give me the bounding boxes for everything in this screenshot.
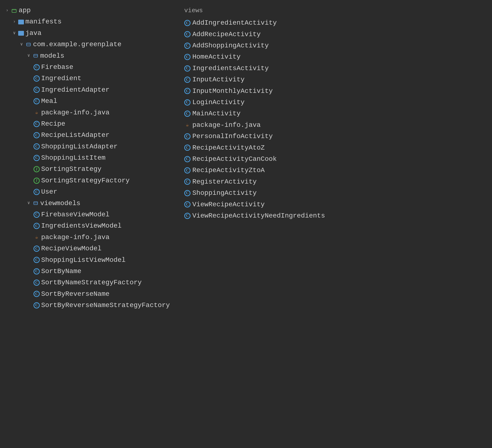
input-monthly-activity-label: InputMonthlyActivity — [192, 86, 273, 96]
shopping-list-adapter-icon: C — [33, 143, 40, 150]
svg-rect-6 — [34, 202, 38, 205]
firebase-viewmodel-label: FirebaseViewModel — [41, 209, 110, 220]
svg-rect-1 — [12, 9, 16, 10]
app-root[interactable]: › app — [5, 5, 170, 16]
recipe-activity-atoz-item[interactable]: C RecipeActivityAtoZ — [184, 142, 487, 153]
ingredients-activity-icon: C — [184, 65, 191, 71]
sort-by-reverse-name-icon: C — [33, 291, 40, 297]
shopping-list-item-label: ShoppingListItem — [41, 153, 105, 163]
package-root-item[interactable]: ∨ com.example.greenplate — [5, 39, 170, 50]
sort-by-name-factory-icon: C — [33, 280, 40, 286]
viewmodels-item[interactable]: ∨ viewmodels — [5, 198, 170, 209]
add-recipe-activity-icon: C — [184, 31, 191, 37]
sorting-strategy-item[interactable]: I SortingStrategy — [5, 163, 170, 175]
models-item[interactable]: ∨ models — [5, 50, 170, 61]
shopping-list-viewmodel-item[interactable]: C ShoppingListViewModel — [5, 255, 170, 266]
manifests-item[interactable]: › manifests — [5, 16, 170, 27]
app-icon — [11, 8, 17, 13]
recipe-activity-ztoa-icon: C — [184, 167, 191, 173]
recipe-list-adapter-item[interactable]: C RecipeListAdapter — [5, 130, 170, 141]
viewmodels-icon — [32, 201, 39, 206]
right-panel: views C AddIngredientActivity C AddRecip… — [175, 5, 487, 311]
home-activity-label: HomeActivity — [192, 52, 241, 62]
manifests-label: manifests — [25, 17, 62, 27]
package-info-models-item[interactable]: ☕ package-info.java — [5, 107, 170, 118]
shopping-list-item-icon: C — [33, 155, 40, 161]
personal-info-activity-label: PersonalInfoActivity — [192, 131, 273, 142]
recipe-label: Recipe — [41, 119, 65, 129]
add-ingredient-activity-label: AddIngredientActivity — [192, 18, 277, 28]
viewmodels-chevron: ∨ — [26, 200, 31, 206]
add-shopping-activity-item[interactable]: C AddShoppingActivity — [184, 40, 487, 51]
recipe-list-adapter-icon: C — [33, 132, 40, 138]
manifests-chevron: › — [12, 19, 17, 25]
firebase-item[interactable]: C Firebase — [5, 61, 170, 73]
sort-by-reverse-name-factory-label: SortByReverseNameStrategyFactory — [41, 300, 170, 310]
main-activity-item[interactable]: C MainActivity — [184, 108, 487, 119]
home-activity-item[interactable]: C HomeActivity — [184, 51, 487, 62]
ingredients-viewmodel-label: IngredientsViewModel — [41, 221, 122, 231]
ingredient-item[interactable]: C Ingredient — [5, 73, 170, 84]
shopping-activity-item[interactable]: C ShoppingActivity — [184, 187, 487, 199]
java-label: java — [25, 28, 41, 38]
register-activity-icon: C — [184, 179, 191, 185]
sort-by-name-item[interactable]: C SortByName — [5, 266, 170, 277]
recipe-list-adapter-label: RecipeListAdapter — [41, 130, 110, 140]
shopping-list-adapter-item[interactable]: C ShoppingListAdapter — [5, 141, 170, 152]
personal-info-activity-item[interactable]: C PersonalInfoActivity — [184, 131, 487, 142]
view-recipe-activity-item[interactable]: C ViewRecipeActivity — [184, 199, 487, 210]
input-monthly-activity-item[interactable]: C InputMonthlyActivity — [184, 85, 487, 97]
views-section-header: views — [184, 5, 487, 17]
shopping-list-item-item[interactable]: C ShoppingListItem — [5, 152, 170, 163]
sorting-strategy-factory-icon: I — [33, 178, 40, 184]
input-activity-item[interactable]: C InputActivity — [184, 74, 487, 85]
pkg-root-icon — [25, 42, 31, 47]
user-item[interactable]: C User — [5, 186, 170, 197]
sort-by-reverse-name-factory-item[interactable]: C SortByReverseNameStrategyFactory — [5, 300, 170, 311]
register-activity-item[interactable]: C RegisterActivity — [184, 176, 487, 187]
recipe-activity-ztoa-item[interactable]: C RecipeActivityZtoA — [184, 165, 487, 176]
viewmodels-label: viewmodels — [40, 198, 80, 208]
package-info-models-icon: ☕ — [33, 109, 40, 116]
sort-by-name-factory-item[interactable]: C SortByNameStrategyFactory — [5, 277, 170, 288]
recipe-activity-cancook-item[interactable]: C RecipeActivityCanCook — [184, 153, 487, 165]
shopping-activity-label: ShoppingActivity — [192, 188, 257, 198]
shopping-list-adapter-label: ShoppingListAdapter — [41, 142, 117, 152]
sort-by-name-factory-label: SortByNameStrategyFactory — [41, 277, 142, 288]
folder-icon — [18, 20, 24, 24]
view-recipe-activity-icon: C — [184, 201, 191, 207]
package-info-models-label: package-info.java — [41, 107, 110, 118]
meal-label: Meal — [41, 96, 57, 106]
models-icon — [32, 53, 39, 58]
view-recipe-activity-need-ingredients-item[interactable]: C ViewRecipeActivityNeedIngredients — [184, 210, 487, 221]
meal-item[interactable]: C Meal — [5, 95, 170, 107]
add-ingredient-activity-icon: C — [184, 20, 191, 26]
package-info-viewmodels-item[interactable]: ☕ package-info.java — [5, 232, 170, 243]
recipe-item[interactable]: C Recipe — [5, 118, 170, 130]
ingredients-activity-item[interactable]: C IngredientsActivity — [184, 63, 487, 74]
java-item[interactable]: ∨ java — [5, 28, 170, 39]
add-recipe-activity-item[interactable]: C AddRecipeActivity — [184, 29, 487, 40]
sorting-strategy-icon: I — [33, 166, 40, 172]
svg-rect-2 — [27, 43, 31, 46]
recipe-activity-cancook-icon: C — [184, 156, 191, 162]
firebase-class-icon: C — [33, 64, 40, 70]
sort-by-reverse-name-item[interactable]: C SortByReverseName — [5, 288, 170, 300]
svg-rect-4 — [34, 54, 38, 57]
package-info-views-item[interactable]: ☕ package-info.java — [184, 119, 487, 131]
user-class-icon: C — [33, 189, 40, 195]
personal-info-activity-icon: C — [184, 133, 191, 140]
login-activity-item[interactable]: C LoginActivity — [184, 97, 487, 108]
login-activity-icon: C — [184, 99, 191, 106]
java-chevron: ∨ — [12, 30, 17, 37]
recipe-viewmodel-item[interactable]: C RecipeViewModel — [5, 243, 170, 254]
ingredient-adapter-item[interactable]: C IngredientAdapter — [5, 84, 170, 95]
add-ingredient-activity-item[interactable]: C AddIngredientActivity — [184, 17, 487, 29]
firebase-viewmodel-item[interactable]: C FirebaseViewModel — [5, 209, 170, 220]
ingredients-viewmodel-item[interactable]: C IngredientsViewModel — [5, 220, 170, 231]
input-monthly-activity-icon: C — [184, 88, 191, 94]
sorting-strategy-factory-item[interactable]: I SortingStrategyFactory — [5, 175, 170, 186]
recipe-activity-atoz-icon: C — [184, 144, 191, 151]
recipe-activity-ztoa-label: RecipeActivityZtoA — [192, 165, 265, 175]
ingredient-adapter-label: IngredientAdapter — [41, 85, 110, 95]
